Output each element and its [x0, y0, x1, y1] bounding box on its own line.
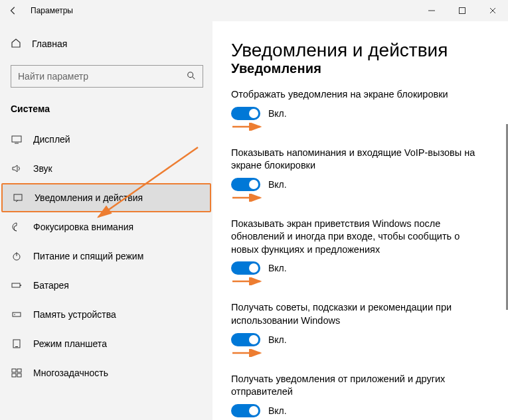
setting-item: Получать уведомления от приложений и дру… — [231, 373, 489, 421]
multitask-icon — [11, 368, 23, 378]
annotation-arrow-icon — [231, 194, 264, 202]
tablet-icon — [11, 338, 23, 349]
nav-label: Режим планшета — [33, 338, 107, 349]
toggle-switch[interactable] — [231, 333, 260, 346]
svg-rect-16 — [17, 369, 21, 372]
annotation-arrow-icon — [231, 277, 264, 285]
nav-item-focus[interactable]: Фокусировка внимания — [0, 212, 212, 242]
toggle-state-label: Вкл. — [268, 179, 287, 190]
battery-icon — [11, 280, 23, 291]
svg-rect-1 — [460, 8, 466, 14]
setting-item: Получать советы, подсказки и рекомендаци… — [231, 301, 489, 363]
annotation-arrow-icon — [231, 349, 264, 357]
svg-line-3 — [193, 76, 195, 79]
nav-label: Фокусировка внимания — [33, 222, 133, 232]
toggle-state-label: Вкл. — [268, 405, 287, 416]
nav-item-storage[interactable]: Память устройства — [0, 300, 212, 329]
storage-icon — [11, 309, 23, 320]
svg-point-12 — [14, 314, 15, 315]
svg-rect-6 — [14, 194, 22, 200]
setting-item: Показывать напоминания и входящие VoIP-в… — [231, 147, 489, 208]
back-button[interactable] — [0, 0, 27, 21]
window-controls — [416, 0, 508, 21]
toggle-switch[interactable] — [231, 178, 260, 191]
nav-item-multitask[interactable]: Многозадачность — [0, 358, 212, 387]
setting-label: Получать уведомления от приложений и дру… — [231, 373, 489, 399]
toggle-switch[interactable] — [231, 107, 260, 120]
svg-rect-11 — [13, 313, 21, 316]
nav-item-power[interactable]: Питание и спящий режим — [0, 242, 212, 271]
home-label: Главная — [32, 38, 67, 49]
toggle-state-label: Вкл. — [268, 334, 287, 345]
svg-rect-18 — [17, 374, 21, 377]
nav-item-sound[interactable]: Звук — [0, 154, 212, 183]
nav-item-battery[interactable]: Батарея — [0, 271, 212, 300]
setting-item: Отображать уведомления на экране блокиро… — [231, 88, 489, 137]
maximize-button[interactable] — [447, 0, 477, 21]
nav-label: Дисплей — [33, 134, 70, 145]
page-title: Уведомления и действия — [231, 40, 489, 61]
search-placeholder: Найти параметр — [18, 71, 88, 82]
nav-item-tablet[interactable]: Режим планшета — [0, 329, 212, 358]
section-header: Система — [0, 97, 212, 125]
nav-label: Многозадачность — [33, 368, 108, 378]
svg-rect-15 — [12, 369, 16, 372]
setting-label: Показывать экран приветствия Windows пос… — [231, 218, 489, 257]
notify-icon — [12, 192, 24, 203]
window-title: Параметры — [31, 6, 73, 15]
svg-rect-17 — [12, 374, 16, 377]
toggle-state-label: Вкл. — [268, 263, 287, 273]
nav-label: Уведомления и действия — [35, 192, 143, 203]
setting-item: Показывать экран приветствия Windows пос… — [231, 218, 489, 293]
nav-label: Питание и спящий режим — [33, 251, 143, 261]
search-input[interactable]: Найти параметр — [11, 65, 203, 88]
nav-label: Батарея — [33, 280, 69, 291]
sidebar: Главная Найти параметр Система Дисплей З… — [0, 21, 212, 420]
svg-rect-10 — [21, 285, 22, 286]
power-icon — [11, 251, 23, 261]
minimize-button[interactable] — [416, 0, 447, 21]
toggle-switch[interactable] — [231, 261, 260, 275]
svg-rect-4 — [12, 136, 21, 142]
sound-icon — [11, 163, 23, 174]
focus-icon — [11, 222, 23, 232]
nav-label: Память устройства — [33, 309, 116, 320]
main-panel: Уведомления и действия Уведомления Отобр… — [212, 21, 508, 420]
setting-label: Показывать напоминания и входящие VoIP-в… — [231, 147, 489, 173]
search-icon — [187, 71, 196, 82]
setting-label: Отображать уведомления на экране блокиро… — [231, 88, 489, 102]
svg-point-2 — [188, 72, 193, 77]
toggle-state-label: Вкл. — [268, 108, 287, 119]
toggle-switch[interactable] — [231, 404, 260, 417]
display-icon — [11, 134, 23, 145]
home-icon — [11, 38, 21, 50]
annotation-arrow-icon — [231, 123, 264, 131]
nav-item-notifications[interactable]: Уведомления и действия — [1, 183, 211, 212]
svg-rect-9 — [12, 283, 20, 287]
nav-label: Звук — [33, 163, 52, 174]
sidebar-home[interactable]: Главная — [0, 31, 212, 57]
setting-label: Получать советы, подсказки и рекомендаци… — [231, 301, 489, 327]
section-subtitle: Уведомления — [231, 61, 489, 76]
titlebar: Параметры — [0, 0, 508, 21]
nav-item-display[interactable]: Дисплей — [0, 125, 212, 154]
close-button[interactable] — [477, 0, 508, 21]
